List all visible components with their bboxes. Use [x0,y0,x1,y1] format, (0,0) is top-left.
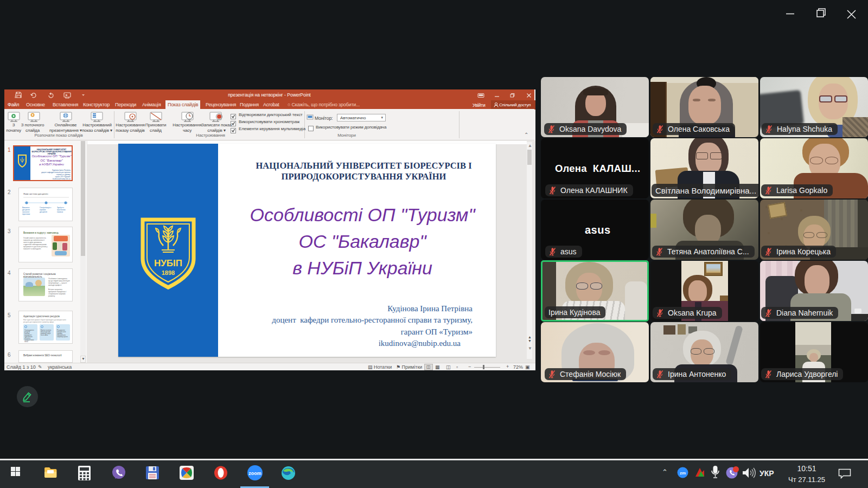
svg-text:НУБІП: НУБІП [154,258,182,268]
svg-text:1898: 1898 [162,269,175,276]
svg-text:zoom: zoom [248,471,261,476]
svg-text:zm: zm [680,471,686,476]
